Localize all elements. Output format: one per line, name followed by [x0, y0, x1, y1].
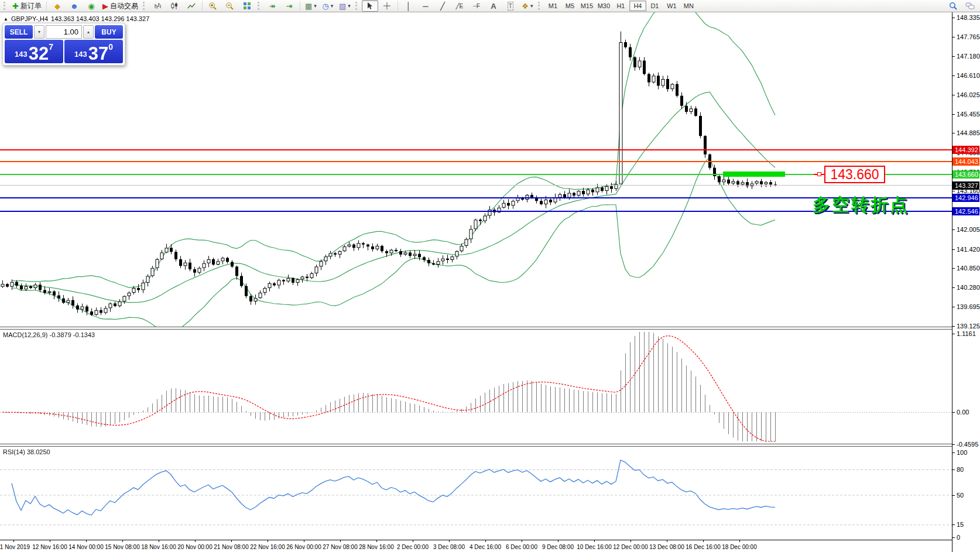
sell-price-panel[interactable]: 143 32 7 [5, 40, 63, 63]
equidistant-channel-button[interactable]: ╱E [451, 0, 468, 12]
toolbar-grip[interactable] [4, 2, 8, 10]
time-tick [667, 540, 667, 542]
time-tick [485, 540, 486, 542]
timeframe-m5[interactable]: M5 [561, 1, 578, 11]
trendline-button[interactable]: ╱ [434, 0, 451, 12]
volume-increase-button[interactable]: ▴ [83, 25, 94, 39]
tile-windows-button[interactable] [239, 0, 255, 12]
time-label: 12 Nov 16:00 [32, 544, 67, 550]
timeframe-h4[interactable]: H4 [629, 1, 646, 11]
candlestick-button[interactable] [166, 0, 183, 12]
signals-button[interactable]: ◉ [83, 0, 100, 12]
bar-chart-button[interactable] [149, 0, 166, 12]
price-badge-143.327: 143.327 [952, 181, 979, 190]
text-button[interactable]: A [485, 0, 502, 12]
turning-point-annotation[interactable]: 多空转折点 [813, 193, 909, 217]
time-label: 11 Nov 2019 [0, 544, 30, 550]
time-tick [122, 540, 123, 542]
chat-button[interactable] [962, 0, 978, 12]
autoscroll-button[interactable]: ↠ [264, 0, 280, 12]
time-label: 21 Nov 08:00 [214, 544, 249, 550]
rsi-canvas[interactable] [0, 446, 952, 540]
price-tick: 139.125 [957, 323, 980, 330]
time-tick [159, 540, 159, 542]
volume-input[interactable] [46, 25, 82, 39]
price-badge-142.546: 142.546 [952, 207, 979, 215]
support-highlight-bar[interactable] [723, 172, 785, 177]
chart-region: 143.660 多空转折点 ▲ GBPJPY-,H4 143.363 143.4… [0, 12, 980, 552]
toolbar-grip[interactable] [538, 2, 542, 10]
timeframe-m30[interactable]: M30 [595, 1, 612, 11]
new-chart-button[interactable]: ▦ ▾ [303, 0, 319, 12]
rsi-tick: 100 [957, 449, 967, 456]
arrows-button[interactable]: ❖ ▾ [519, 0, 536, 12]
fibonacci-button[interactable]: ┄F [468, 0, 485, 12]
horizontal-line-icon: ─ [423, 2, 428, 10]
timeframe-m1[interactable]: M1 [544, 1, 561, 11]
sell-button[interactable]: SELL [5, 25, 33, 39]
line-chart-button[interactable] [183, 0, 200, 12]
price-tick: 146.025 [957, 91, 980, 98]
volume-decrease-button[interactable]: ▾ [34, 25, 44, 39]
time-label: 27 Nov 08:00 [323, 544, 358, 550]
timeframe-mn[interactable]: MN [680, 1, 697, 11]
buy-price-panel[interactable]: 143 37 0 [64, 40, 123, 63]
chart-panes: 143.660 多空转折点 ▲ GBPJPY-,H4 143.363 143.4… [0, 12, 952, 552]
templates-button[interactable]: ▧ ▾ [337, 0, 353, 12]
horizontal-line-button[interactable]: ─ [417, 0, 434, 12]
price-axis[interactable]: 148.335147.765147.180146.610146.025145.4… [952, 12, 980, 552]
price-tick: 141.420 [957, 246, 980, 253]
macd-canvas[interactable] [0, 329, 952, 444]
collapse-arrow-icon[interactable]: ▲ [4, 16, 8, 22]
toolbar-grip[interactable] [143, 2, 147, 10]
text-label-button[interactable]: T [502, 0, 519, 12]
pane-divider[interactable] [0, 327, 952, 330]
horizontal-line-142.946[interactable] [0, 197, 952, 198]
crosshair-button[interactable] [379, 0, 395, 12]
horizontal-line-144.043[interactable] [0, 161, 952, 162]
rsi-label: RSI(14) 38.0250 [3, 448, 50, 455]
autotrading-icon: ▶ [102, 2, 108, 10]
timeframe-d1[interactable]: D1 [646, 1, 663, 11]
buy-button[interactable]: BUY [95, 25, 123, 39]
cursor-button[interactable] [362, 0, 378, 12]
time-label: 12 Dec 00:00 [613, 544, 648, 550]
timeframe-h1[interactable]: H1 [612, 1, 629, 11]
chart-shift-button[interactable]: ⇥ [281, 0, 297, 12]
time-tick [703, 540, 704, 542]
horizontal-line-142.546[interactable] [0, 211, 952, 212]
zoom-in-button[interactable] [205, 0, 221, 12]
time-tick [340, 540, 341, 542]
price-tick: 139.695 [957, 303, 980, 310]
new-order-button[interactable]: ✚ 新订单 [10, 0, 44, 12]
autotrading-button[interactable]: ▶ 自动交易 [100, 0, 141, 12]
macd-tick: 1.1161 [957, 330, 976, 337]
text-icon: A [491, 2, 496, 10]
horizontal-line-143.66[interactable] [0, 174, 952, 175]
time-label: 20 Nov 00:00 [177, 544, 213, 550]
zoom-out-button[interactable] [222, 0, 238, 12]
horizontal-line-144.392[interactable] [0, 149, 952, 150]
market-watch-button[interactable]: ◆ [49, 0, 66, 12]
time-label: 15 Nov 08:00 [105, 544, 140, 550]
horizontal-line-143.327[interactable] [0, 185, 952, 186]
search-button[interactable] [945, 0, 961, 12]
time-tick [594, 540, 595, 542]
timeframe-w1[interactable]: W1 [663, 1, 680, 11]
autoscroll-icon: ↠ [269, 2, 275, 10]
price-tick: 140.850 [957, 265, 980, 272]
navigator-button[interactable]: ☻ [66, 0, 83, 12]
pane-divider[interactable] [0, 444, 952, 447]
periods-button[interactable]: ◷ ▾ [320, 0, 336, 12]
toolbar-grip[interactable] [355, 2, 359, 10]
time-label: 3 Dec 08:00 [433, 544, 465, 550]
time-axis[interactable]: 11 Nov 201912 Nov 16:0014 Nov 00:0015 No… [0, 540, 952, 552]
timeframe-m15[interactable]: M15 [578, 1, 595, 11]
time-tick [50, 540, 50, 542]
time-tick [304, 540, 304, 542]
toolbar-grip[interactable] [258, 2, 262, 10]
main-chart-canvas[interactable] [0, 12, 952, 327]
vertical-line-button[interactable]: │ [400, 0, 417, 12]
price-flag-label[interactable]: 143.660 [824, 166, 885, 183]
time-label: 18 Nov 16:00 [141, 544, 176, 550]
